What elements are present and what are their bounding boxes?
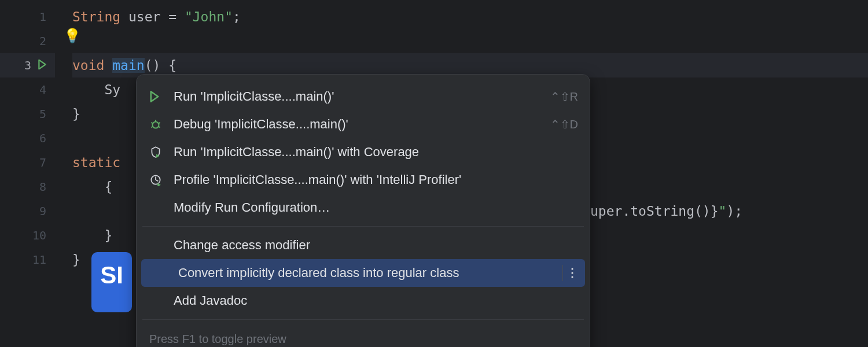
gutter-line[interactable]: 5 [0,102,55,126]
separator [142,319,584,320]
svg-point-11 [571,276,573,278]
gutter-line[interactable]: 9 [0,199,55,223]
context-menu: Run 'ImplicitClasse....main()' ⌃⇧R Debug… [136,74,590,347]
lightbulb-icon[interactable]: 💡 [64,28,81,44]
gutter-line[interactable]: 11 [0,248,55,272]
menu-item-modify-run-config[interactable]: Modify Run Configuration… [137,194,590,222]
run-icon [149,91,170,102]
separator [142,226,584,227]
gutter-line[interactable]: 6 [0,126,55,150]
code-line: String user = "John"; [72,5,868,29]
menu-item-convert-class[interactable]: Convert implicitly declared class into r… [141,259,585,287]
debug-icon [149,118,170,131]
menu-item-coverage[interactable]: Run 'ImplicitClasse....main()' with Cove… [137,138,590,166]
shortcut: ⌃⇧R [550,90,578,104]
gutter-line[interactable]: 8 [0,175,55,199]
menu-item-run[interactable]: Run 'ImplicitClasse....main()' ⌃⇧R [137,83,590,110]
popup-hint: Press F1 to toggle preview [137,324,590,347]
inlay-badge: SI [91,252,132,312]
menu-item-profile[interactable]: Profile 'ImplicitClasse....main()' with … [137,166,590,194]
gutter-line[interactable]: 10 [0,223,55,248]
menu-item-add-javadoc[interactable]: Add Javadoc [137,287,590,315]
gutter-line[interactable]: 4 [0,77,55,102]
gutter-line[interactable]: 7 [0,150,55,175]
shortcut: ⌃⇧D [550,117,578,131]
code-line [72,29,868,53]
menu-item-change-access[interactable]: Change access modifier [137,231,590,259]
gutter: 1 2 3 4 5 6 7 8 9 10 11 [0,0,55,347]
menu-item-debug[interactable]: Debug 'ImplicitClasse....main()' ⌃⇧D [137,110,590,138]
svg-point-9 [571,268,573,270]
gutter-line[interactable]: 1 [0,5,55,29]
svg-point-10 [571,272,573,274]
more-icon[interactable] [562,265,573,281]
gutter-line[interactable]: 2 [0,29,55,53]
run-gutter-icon[interactable] [38,58,47,73]
gutter-line-active[interactable]: 3 [0,53,55,77]
svg-line-8 [156,180,158,181]
coverage-icon [149,146,170,158]
svg-point-0 [153,122,159,128]
profile-icon [149,174,170,186]
